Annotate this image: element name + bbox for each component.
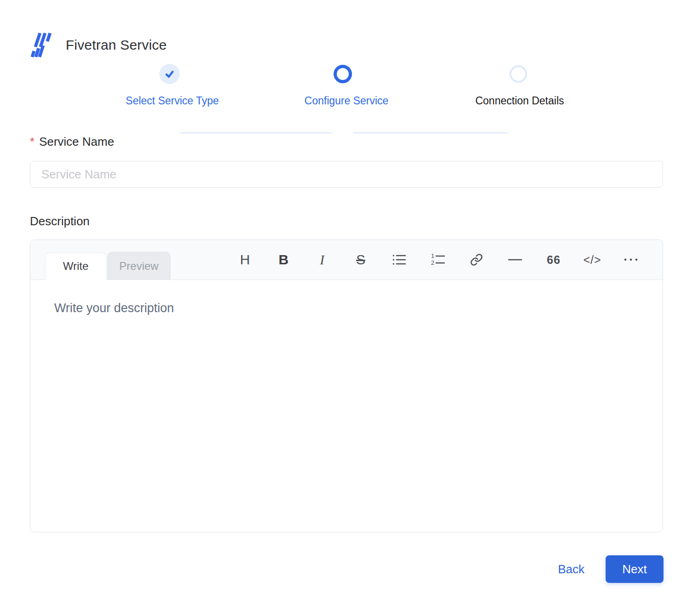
- wizard-footer: Back Next: [0, 555, 692, 583]
- service-name-input[interactable]: [30, 161, 663, 188]
- editor-toolbar: H B I S: [226, 240, 650, 279]
- description-textarea[interactable]: [30, 280, 663, 532]
- service-name-label: *Service Name: [30, 134, 662, 149]
- editor-body: [30, 280, 663, 532]
- step-label-configure-service[interactable]: Configure Service: [305, 95, 389, 107]
- next-button[interactable]: Next: [606, 555, 664, 583]
- fivetran-logo: [30, 31, 53, 59]
- step-label-select-service-type[interactable]: Select Service Type: [126, 95, 219, 107]
- step-connector: [180, 132, 333, 134]
- svg-text:2: 2: [431, 259, 434, 266]
- editor-tabs: Write Preview: [45, 252, 170, 279]
- required-marker: *: [30, 135, 34, 148]
- bold-icon[interactable]: B: [264, 246, 303, 274]
- heading-icon[interactable]: H: [226, 246, 264, 274]
- link-icon[interactable]: [457, 246, 496, 274]
- code-icon[interactable]: </>: [573, 246, 612, 274]
- page-title: Fivetran Service: [66, 37, 167, 53]
- unordered-list-icon[interactable]: [380, 246, 419, 274]
- svg-text:1: 1: [431, 253, 434, 259]
- description-label: Description: [30, 214, 662, 228]
- ordered-list-icon[interactable]: 1 2: [419, 246, 457, 274]
- italic-icon[interactable]: I: [303, 246, 341, 274]
- step-label-connection-details: Connection Details: [475, 95, 564, 107]
- markdown-editor: Write Preview H B I S: [30, 240, 663, 532]
- step-circle-active[interactable]: [334, 65, 352, 83]
- check-icon: [164, 69, 175, 79]
- tab-preview[interactable]: Preview: [108, 252, 170, 279]
- step-circle-upcoming: [510, 65, 527, 83]
- step-connector: [353, 132, 509, 134]
- step-circle-completed[interactable]: [159, 64, 180, 84]
- editor-header: Write Preview H B I S: [30, 240, 663, 280]
- strikethrough-icon[interactable]: S: [341, 246, 380, 274]
- tab-write[interactable]: Write: [45, 252, 107, 280]
- page-header: Fivetran Service: [0, 0, 692, 59]
- more-icon[interactable]: •••: [612, 246, 650, 274]
- wizard-stepper: Select Service Type Configure Service Co…: [0, 59, 692, 110]
- service-name-label-text: Service Name: [39, 135, 114, 148]
- horizontal-rule-icon[interactable]: [496, 246, 534, 274]
- back-button[interactable]: Back: [558, 562, 584, 576]
- quote-icon[interactable]: 66: [534, 246, 573, 274]
